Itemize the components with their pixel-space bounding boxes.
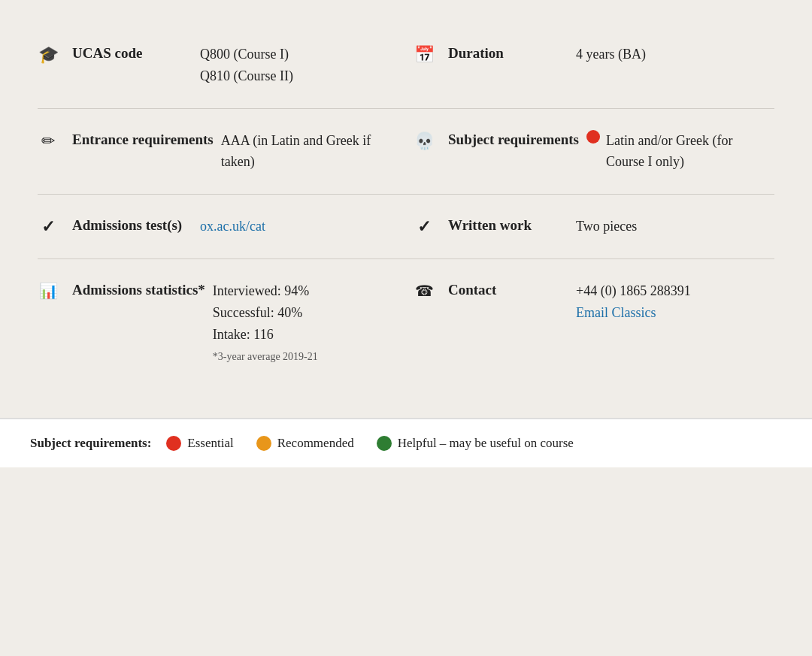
essential-label: Essential <box>187 436 233 451</box>
mortarboard-icon: 🎓 <box>38 45 59 65</box>
recommended-label: Recommended <box>277 436 354 451</box>
written-work-value: Two pieces <box>568 216 767 237</box>
entrance-req-cell: ✏ Entrance requirements AAA (in Latin an… <box>30 109 406 195</box>
duration-value: 4 years (BA) <box>568 44 767 65</box>
admissions-stats-label: Admissions statistics* <box>72 280 205 301</box>
bars-icon: 📊 <box>38 282 59 300</box>
subject-req-cell: 💀 Subject requirements Latin and/or Gree… <box>406 109 782 195</box>
calendar-icon: 📅 <box>414 45 435 65</box>
helpful-label: Helpful – may be useful on course <box>398 436 574 451</box>
duration-label: Duration <box>448 44 568 64</box>
subject-req-value: Latin and/or Greek (for Course I only) <box>579 130 767 174</box>
subject-req-text: Latin and/or Greek (for Course I only) <box>606 130 767 174</box>
skull-icon: 💀 <box>414 132 435 151</box>
footer: Subject requirements: Essential Recommen… <box>0 418 812 467</box>
written-work-cell: ✓ Written work Two pieces <box>406 195 782 258</box>
main-content: 🎓 UCAS code Q800 (Course I)Q810 (Course … <box>0 0 812 403</box>
entrance-req-label: Entrance requirements <box>72 130 214 150</box>
admissions-stats-note: *3-year average 2019-21 <box>213 351 318 362</box>
check-icon-1: ✓ <box>38 217 59 237</box>
admissions-test-value: ox.ac.uk/cat <box>192 216 391 237</box>
recommended-dot-icon <box>256 436 271 451</box>
email-classics-link[interactable]: Email Classics <box>576 305 656 320</box>
subject-requirements-footer-label: Subject requirements: <box>30 436 151 451</box>
admissions-test-link[interactable]: ox.ac.uk/cat <box>200 219 265 234</box>
admissions-test-cell: ✓ Admissions test(s) ox.ac.uk/cat <box>30 195 406 258</box>
ucas-code-value: Q800 (Course I)Q810 (Course II) <box>192 44 391 87</box>
entrance-req-value: AAA (in Latin and Greek if taken) <box>214 130 391 174</box>
essential-dot-icon <box>166 436 181 451</box>
contact-phone: +44 (0) 1865 288391 <box>576 283 691 298</box>
legend-helpful: Helpful – may be useful on course <box>377 436 574 451</box>
contact-cell: ☎ Contact +44 (0) 1865 288391 Email Clas… <box>406 259 782 388</box>
contact-label: Contact <box>448 280 568 301</box>
contact-value: +44 (0) 1865 288391 Email Classics <box>568 280 767 324</box>
info-grid: 🎓 UCAS code Q800 (Course I)Q810 (Course … <box>30 23 782 388</box>
subject-req-label: Subject requirements <box>448 130 579 150</box>
pencil-icon: ✏ <box>38 132 59 151</box>
ucas-code-label: UCAS code <box>72 44 192 64</box>
phone-icon: ☎ <box>414 282 435 300</box>
written-work-label: Written work <box>448 216 568 236</box>
admissions-stats-value: Interviewed: 94% Successful: 40% Intake:… <box>205 280 391 367</box>
admissions-test-label: Admissions test(s) <box>72 216 192 236</box>
admissions-stats-cell: 📊 Admissions statistics* Interviewed: 94… <box>30 259 406 388</box>
check-icon-2: ✓ <box>414 217 435 237</box>
duration-cell: 📅 Duration 4 years (BA) <box>406 23 782 108</box>
red-dot-icon <box>586 130 600 144</box>
helpful-dot-icon <box>377 436 392 451</box>
legend-essential: Essential <box>166 436 233 451</box>
legend-recommended: Recommended <box>256 436 354 451</box>
ucas-code-cell: 🎓 UCAS code Q800 (Course I)Q810 (Course … <box>30 23 406 108</box>
